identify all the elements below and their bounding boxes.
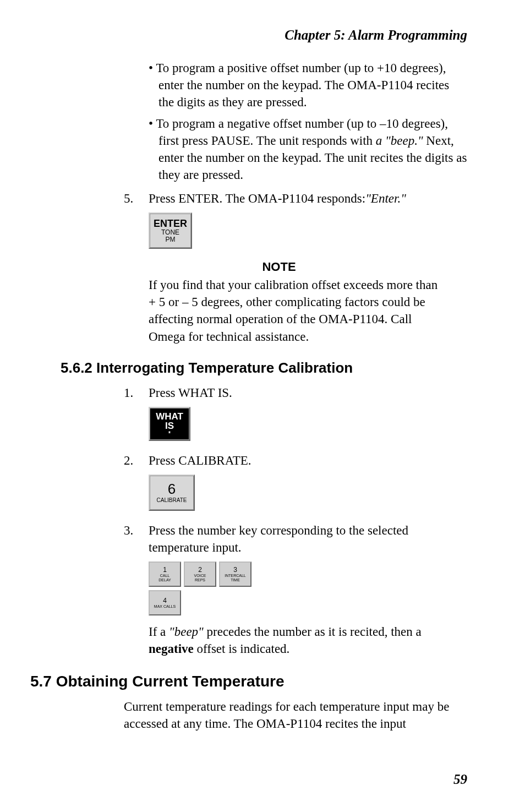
ak-post: offset is indicated. [194, 642, 290, 656]
whatis-key-top: WHAT IS * [150, 408, 189, 439]
whatis-key-row: WHAT IS * [149, 407, 467, 441]
enter-key: ENTER TONE PM [149, 212, 192, 249]
section-57-body: Current temperature readings for each te… [124, 698, 467, 732]
calibrate-key-inner: 6 CALIBRATE [150, 476, 194, 510]
numkey-3: 3 INTERCALL TIME [219, 562, 251, 587]
bullet-item: • To program a negative offset number (u… [149, 115, 467, 183]
enter-key-l1: ENTER [154, 219, 187, 229]
section-562-heading: 5.6.2 Interrogating Temperature Calibrat… [61, 359, 467, 377]
page: Chapter 5: Alarm Programming • To progra… [0, 0, 525, 812]
numkeys-row-1: 1 CALL DELAY 2 VOICE REPS 3 INTERCALL TI… [149, 562, 467, 587]
step-num: 5. [124, 190, 149, 207]
ak-pre: If a [149, 625, 169, 639]
note-heading: NOTE [91, 260, 467, 274]
numkey-n: 4 [163, 597, 167, 604]
numkey-b: TIME [231, 578, 240, 582]
note-body: If you find that your calibration offset… [149, 276, 445, 345]
ak-bold: negative [149, 642, 194, 656]
ak-italic: "beep" [169, 625, 204, 639]
after-keys-para: If a "beep" precedes the number as it is… [149, 623, 467, 657]
step-num: 3. [124, 522, 149, 556]
calibrate-key-l1: 6 [168, 482, 176, 497]
chapter-header: Chapter 5: Alarm Programming [91, 28, 467, 43]
whatis-key: WHAT IS * [149, 407, 190, 441]
numkey-b: DELAY [158, 578, 171, 582]
numkeys-row-2: 4 MAX CALLS [149, 590, 467, 615]
step-num: 2. [124, 452, 149, 469]
step-5: 5. Press ENTER. The OMA-P1104 responds:"… [124, 190, 467, 207]
calibrate-key-l2: CALIBRATE [157, 498, 187, 504]
enter-key-inner: ENTER TONE PM [150, 214, 191, 248]
whatis-l1: WHAT [156, 412, 183, 422]
enter-key-l2: TONE [161, 229, 179, 236]
whatis-l3: * [168, 431, 171, 437]
page-number: 59 [453, 772, 467, 787]
numkey-2: 2 VOICE REPS [184, 562, 216, 587]
step-num: 1. [124, 384, 149, 401]
bullet-text: To program a positive offset number (up … [156, 61, 449, 109]
step-562-1: 1. Press WHAT IS. [124, 384, 467, 401]
step-562-3: 3. Press the number key corresponding to… [124, 522, 467, 556]
enter-key-l3: PM [166, 236, 176, 243]
section-57-heading: 5.7 Obtaining Current Temperature [30, 673, 467, 690]
step-text: Press CALIBRATE. [149, 452, 467, 469]
calibrate-key-row: 6 CALIBRATE [149, 475, 467, 511]
step-562-2: 2. Press CALIBRATE. [124, 452, 467, 469]
step-text: Press the number key corresponding to th… [149, 522, 467, 556]
numkey-n: 1 [163, 566, 167, 573]
numkey-b: REPS [195, 578, 205, 582]
bullet-italic: a "beep." [376, 134, 423, 148]
calibrate-key: 6 CALIBRATE [149, 475, 195, 511]
step-text: Press WHAT IS. [149, 384, 467, 401]
numkey-a: INTERCALL [225, 574, 246, 577]
numkey-n: 2 [198, 566, 202, 573]
bullet-item: • To program a positive offset number (u… [149, 59, 467, 111]
enter-key-row: ENTER TONE PM [149, 212, 467, 249]
step-italic: "Enter." [365, 192, 406, 205]
numkey-a: CALL [160, 574, 170, 577]
numkey-a: VOICE [194, 574, 206, 577]
numkey-1: 1 CALL DELAY [149, 562, 181, 587]
numkey-4: 4 MAX CALLS [149, 590, 181, 615]
numkey-a: MAX CALLS [154, 604, 176, 608]
whatis-l2: IS [165, 421, 174, 431]
numkey-n: 3 [233, 566, 237, 573]
step-text: Press ENTER. The OMA-P1104 responds:"Ent… [149, 190, 467, 207]
ak-mid: precedes the number as it is recited, th… [204, 625, 422, 639]
step-pre: Press ENTER. The OMA-P1104 responds: [149, 192, 365, 205]
